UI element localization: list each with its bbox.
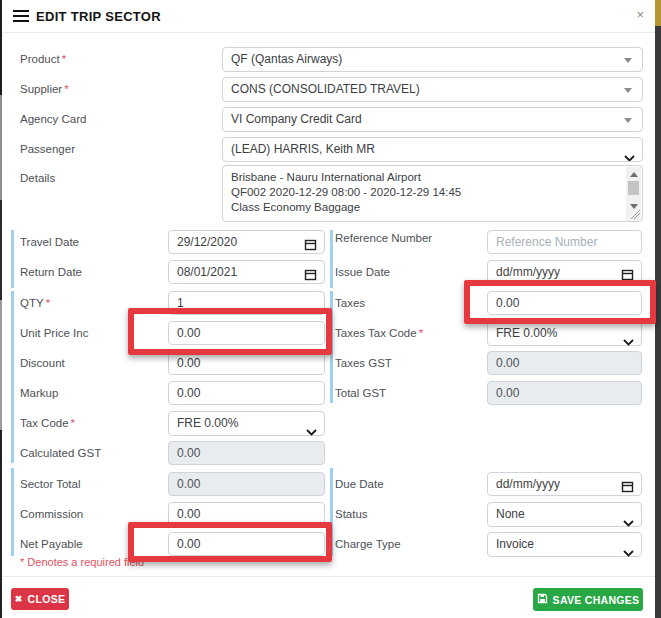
close-icon[interactable]: × [636,8,644,22]
calculated-gst-input [168,441,325,465]
scroll-down-icon[interactable] [630,204,638,209]
scrollbar-thumb[interactable] [628,181,639,195]
chevron-down-icon [623,542,634,564]
chevron-down-icon [623,331,634,353]
qty-label: QTY* [20,297,50,309]
taxes-tax-code-label: Taxes Tax Code* [335,327,423,339]
calendar-icon[interactable] [621,478,634,500]
unit-price-inc-label: Unit Price Inc [20,327,88,339]
section-bar [11,230,14,288]
charge-type-label: Charge Type [335,538,401,550]
status-select[interactable]: None [487,502,642,527]
required-marker: * [62,53,66,65]
product-select[interactable]: QF (Qantas Airways) [222,47,643,72]
section-bar [11,291,14,463]
modal-header: EDIT TRIP SECTOR × [2,0,655,33]
supplier-label: Supplier* [20,83,69,95]
return-date-input[interactable]: 08/01/2021 [168,260,325,284]
reference-number-label: Reference Number [335,232,432,244]
required-marker: * [71,417,75,429]
save-button-label: SAVE CHANGES [553,594,640,606]
supplier-select[interactable]: CONS (CONSOLIDATED TRAVEL) [222,77,643,102]
charge-type-select[interactable]: Invoice [487,532,642,557]
agency-card-select[interactable]: VI Company Credit Card [222,107,643,132]
sector-total-input [168,472,325,496]
tax-code-select[interactable]: FRE 0.00% [168,411,325,436]
tax-code-label: Tax Code* [20,417,75,429]
required-marker: * [419,327,423,339]
section-bar [330,230,333,288]
required-marker: * [46,297,50,309]
details-label: Details [20,172,55,184]
markup-label: Markup [20,387,58,399]
calendar-icon[interactable] [304,236,317,258]
required-field-note: * Denotes a required field [20,556,144,568]
background-accent [655,0,661,26]
required-marker: * [64,83,68,95]
chevron-down-icon [306,421,317,443]
travel-date-input[interactable]: 29/12/2020 [168,230,325,254]
chevron-down-icon [624,88,632,93]
commission-label: Commission [20,508,83,520]
calendar-icon[interactable] [304,266,317,288]
issue-date-label: Issue Date [335,266,390,278]
details-textarea[interactable]: Brisbane - Nauru International Airport Q… [222,165,643,222]
taxes-gst-input [487,351,642,375]
save-icon [537,593,548,606]
passenger-select[interactable]: (LEAD) HARRIS, Keith MR [222,137,643,162]
product-label: Product* [20,53,66,65]
status-label: Status [335,508,368,520]
modal: EDIT TRIP SECTOR × Product* Supplier* Ag… [2,0,655,618]
sector-total-label: Sector Total [20,478,81,490]
due-date-input[interactable]: dd/mm/yyyy [487,472,642,496]
discount-label: Discount [20,357,65,369]
reference-number-input[interactable] [487,230,642,254]
calculated-gst-label: Calculated GST [20,447,101,459]
close-x-icon: ✖ [15,594,23,604]
travel-date-label: Travel Date [20,236,79,248]
net-payable-label: Net Payable [20,538,83,550]
total-gst-input [487,381,642,405]
footer-divider [2,576,655,577]
chevron-down-icon [624,58,632,63]
save-changes-button[interactable]: SAVE CHANGES [533,588,643,611]
taxes-label: Taxes [335,297,365,309]
edit-trip-sector-dialog: EDIT TRIP SECTOR × Product* Supplier* Ag… [0,0,661,618]
menu-icon[interactable] [13,10,29,23]
details-text: Brisbane - Nauru International Airport Q… [231,170,620,215]
due-date-label: Due Date [335,478,384,490]
agency-card-label: Agency Card [20,113,86,125]
taxes-tax-code-select[interactable]: FRE 0.00% [487,321,642,346]
page-title: EDIT TRIP SECTOR [36,9,161,24]
chevron-down-icon [623,512,634,534]
passenger-label: Passenger [20,143,75,155]
taxes-gst-label: Taxes GST [335,357,392,369]
annotation-box-unit-price [128,308,332,355]
total-gst-label: Total GST [335,387,386,399]
scroll-up-icon[interactable] [630,172,638,177]
return-date-label: Return Date [20,266,82,278]
chevron-down-icon [624,118,632,123]
resize-handle-icon[interactable] [631,210,640,219]
close-button-label: CLOSE [28,593,66,605]
section-bar [11,468,14,556]
markup-input[interactable] [168,381,325,405]
annotation-box-net-payable [128,522,332,562]
annotation-box-taxes [464,280,656,324]
chevron-down-icon [624,147,635,162]
close-button[interactable]: ✖ CLOSE [11,588,69,610]
